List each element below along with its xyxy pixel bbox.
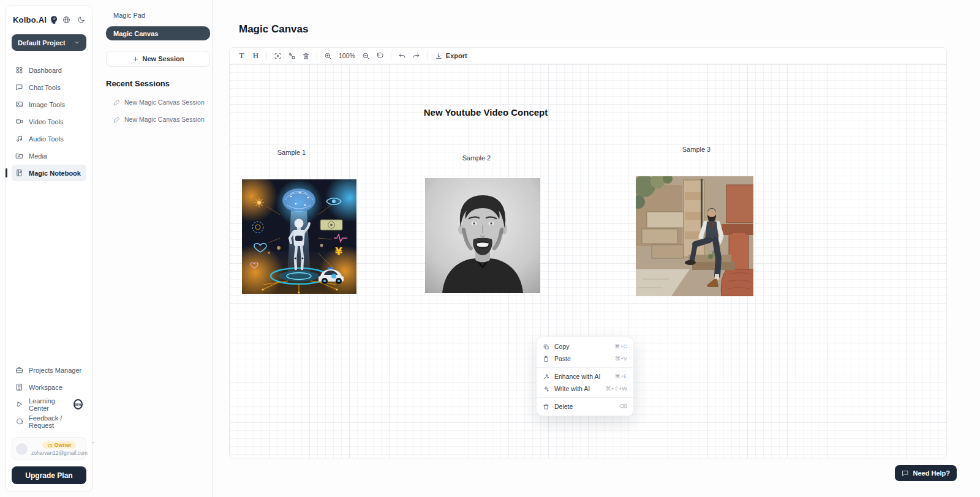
sample-3-image[interactable] [636,176,753,296]
text-tool-button[interactable]: T [235,49,249,62]
briefcase-icon [15,366,23,374]
redo-icon [412,52,420,60]
canvas-grid[interactable]: New Youtube Video Concept Sample 1 Sampl… [230,64,946,458]
copy-icon [543,343,549,350]
spacer [12,181,86,351]
delete-tool-button[interactable] [299,49,313,62]
heading-tool-button[interactable]: H [249,49,263,62]
chevron-down-icon [74,39,80,46]
toolbar-divider [391,51,391,61]
context-menu-item-write-with-ai[interactable]: Write with AI ⌘+⇧+W [537,383,633,395]
pencil-icon [113,116,120,123]
brain-head-icon [49,15,58,24]
context-menu: Copy ⌘+C Paste ⌘+V Enhance with AI ⌘+E W… [536,337,634,416]
zoom-level: 100% [335,52,359,59]
magic-wand-icon [543,373,549,380]
shortcut-hint: ⌘+V [615,356,627,362]
sidebar-item-workspace[interactable]: Workspace [12,379,86,395]
sample-1-image[interactable]: ¥ [242,179,356,294]
context-menu-item-copy[interactable]: Copy ⌘+C [537,340,633,353]
sidebar-item-label: Chat Tools [29,84,61,91]
user-account-card[interactable]: Owner zoharvan12@gmail.com ⌃ [12,437,86,460]
sidebar-item-projects-manager[interactable]: Projects Manager [12,362,86,378]
toolbar-divider [317,51,317,61]
sparkles-icon [543,386,549,392]
video-camera-icon [15,118,23,125]
undo-button[interactable] [395,49,409,62]
avatar [16,443,28,455]
magic-canvas-item-active[interactable]: Magic Canvas [106,26,210,40]
shortcut-hint: ⌘+E [615,373,627,379]
sidebar-nav: Dashboard Chat Tools Image Tools Video T… [12,62,86,181]
zoom-out-button[interactable] [359,49,373,62]
language-globe-icon[interactable] [62,16,70,24]
dashboard-icon [15,66,23,74]
export-button[interactable]: Export [431,49,471,62]
magic-pad-item[interactable]: Magic Pad [106,9,210,22]
reset-view-button[interactable] [373,49,387,62]
menu-divider [537,367,633,368]
sidebar-item-audio-tools[interactable]: Audio Tools [12,130,86,147]
sidebar-item-feedback-request[interactable]: Feedback / Request [12,413,86,430]
canvas-toolbar: T H 100% Export [230,48,946,64]
sidebar-item-label: Video Tools [29,118,63,125]
sidebar-item-label: Media [29,152,47,160]
context-menu-item-paste[interactable]: Paste ⌘+V [537,353,633,365]
export-label: Export [446,52,467,59]
help-chat-icon [902,469,909,477]
session-item[interactable]: New Magic Canvas Session [106,96,212,108]
new-session-button[interactable]: New Session [106,51,210,67]
redo-button[interactable] [409,49,423,62]
trash-icon [543,403,549,410]
sample-2-image[interactable] [425,178,540,293]
context-menu-label: Delete [554,403,614,410]
svg-text:¥: ¥ [335,245,342,258]
ai-scan-button[interactable] [271,49,285,62]
need-help-label: Need Help? [913,469,950,477]
context-menu-item-enhance-with-ai[interactable]: Enhance with AI ⌘+E [537,370,633,383]
shortcut-hint: ⌘+C [614,343,627,349]
media-folder-icon [15,152,23,160]
zoom-in-button[interactable] [321,49,335,62]
project-selector-label: Default Project [18,39,66,47]
need-help-button[interactable]: Need Help? [895,465,957,481]
sidebar-item-chat-tools[interactable]: Chat Tools [12,79,86,95]
building-icon [15,383,23,391]
sidebar-item-dashboard[interactable]: Dashboard [12,62,86,78]
feedback-bubble-icon [15,417,23,425]
image-icon [15,100,23,108]
menu-divider [537,397,633,398]
session-item[interactable]: New Magic Canvas Session [106,113,212,125]
context-menu-item-delete[interactable]: Delete ⌫ [537,400,633,413]
session-item-label: New Magic Canvas Session [124,116,205,123]
sidebar-item-label: Projects Manager [29,367,81,374]
sidebar-header: Kolbo.AI [12,15,86,24]
ai-robot-illustration: ¥ [242,179,356,294]
sample-3-label[interactable]: Sample 3 [682,146,710,153]
connector-tool-button[interactable] [285,49,299,62]
page-title: Magic Canvas [239,23,308,36]
sidebar-item-video-tools[interactable]: Video Tools [12,113,86,130]
new-session-label: New Session [143,55,184,62]
dark-mode-moon-icon[interactable] [77,16,85,24]
pencil-icon [113,99,120,106]
upgrade-plan-button[interactable]: Upgrade Plan [12,466,86,484]
sidebar: Kolbo.AI Default Project Dashboard Chat … [5,5,93,492]
portrait-man-illustration [425,178,540,293]
text-tool-glyph: T [239,51,244,61]
sidebar-item-learning-center[interactable]: Learning Center 66% [12,396,86,413]
sample-2-label[interactable]: Sample 2 [462,154,491,162]
project-selector[interactable]: Default Project [12,34,86,51]
canvas-heading-text[interactable]: New Youtube Video Concept [424,107,548,118]
user-email: zoharvan12@gmail.com [31,450,88,456]
shortcut-hint: ⌫ [619,403,627,409]
plus-icon [132,56,139,62]
sidebar-item-image-tools[interactable]: Image Tools [12,96,86,113]
sidebar-item-label: Magic Notebook [29,170,81,177]
sample-1-label[interactable]: Sample 1 [277,149,306,156]
context-menu-label: Copy [554,343,609,350]
undo-icon [398,52,406,60]
sidebar-item-media[interactable]: Media [12,148,86,164]
recent-sessions-list: New Magic Canvas Session New Magic Canva… [106,96,212,125]
sidebar-item-magic-notebook[interactable]: Magic Notebook [12,165,86,181]
